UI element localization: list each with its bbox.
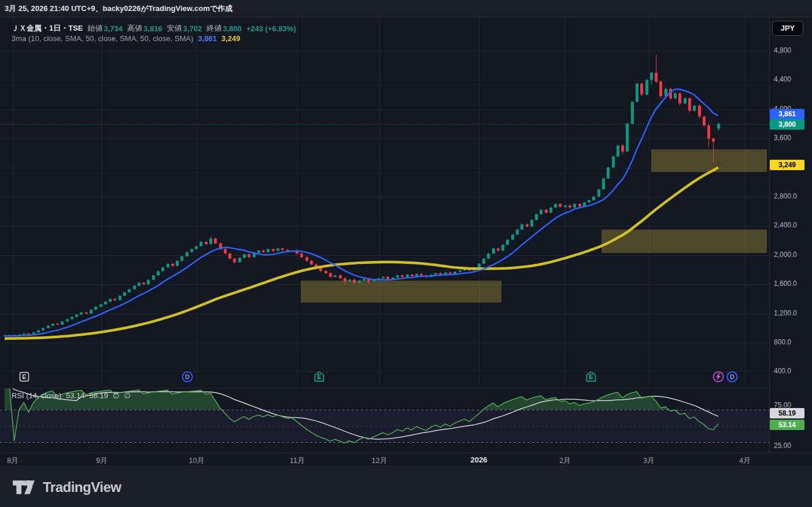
time-axis-label: 4月 — [739, 455, 751, 466]
high-value: 3,816 — [143, 24, 163, 33]
dividend-marker[interactable]: D — [181, 370, 194, 383]
price-axis-label: 3,600 — [774, 134, 791, 142]
rsi-legend-row[interactable]: RSI (14, close) 53.14 58.19 ∅ ∅ — [12, 391, 131, 400]
svg-text:D: D — [185, 373, 190, 380]
time-axis-label: 2月 — [559, 455, 571, 466]
ma-indicator-name: 3ma (10, close, SMA, 50, close, SMA, 50,… — [12, 34, 193, 43]
time-axis[interactable]: 8月9月10月11月12月20262月3月4月 — [0, 453, 812, 466]
rsi-ma-value: 58.19 — [90, 391, 109, 400]
tradingview-chart-window: 3月 25, 2026 21:40 UTC+9、backy0226がTradin… — [0, 0, 812, 507]
low-label: 安値 — [167, 23, 182, 34]
svg-text:E: E — [22, 373, 26, 380]
close-label: 終値 — [206, 23, 222, 34]
price-badge: 3,800 — [770, 119, 804, 130]
circle-icon: D — [726, 370, 739, 383]
price-axis-label: 2,000.0 — [774, 251, 797, 259]
tradingview-wordmark[interactable]: TradingView — [43, 479, 121, 495]
price-axis-label: 2,400.0 — [774, 221, 797, 229]
high-label: 高値 — [127, 23, 142, 34]
shield-icon: E — [313, 370, 326, 383]
svg-text:E: E — [317, 373, 321, 380]
earnings-marker[interactable]: E — [313, 370, 326, 383]
creation-note: 3月 25, 2026 21:40 UTC+9、backy0226がTradin… — [0, 0, 812, 17]
rsi-params: (14, close) — [26, 391, 61, 400]
change-value: +243 (+6.83%) — [246, 24, 296, 33]
price-axis-label: 1,200.0 — [774, 309, 797, 317]
pane-separator[interactable] — [0, 388, 769, 388]
symbol-legend-row[interactable]: ＪＸ金属・1日・TSE 始値3,734 高値3,816 安値3,702 終値3,… — [12, 23, 296, 34]
earnings-marker[interactable]: E — [585, 370, 597, 383]
price-axis[interactable]: JPY 4,8004,4004,0003,6003,2002,800.02,40… — [769, 17, 812, 466]
svg-text:E: E — [589, 373, 593, 380]
earnings-marker[interactable]: E — [18, 370, 31, 383]
circle-icon — [712, 370, 725, 383]
price-axis-label: 800.0 — [774, 338, 791, 346]
rsi-upper-band-value: ∅ — [113, 391, 119, 400]
footer-bar: TradingView — [0, 467, 812, 507]
svg-text:D: D — [730, 373, 735, 380]
rsi-axis-label: 25.00 — [774, 442, 791, 450]
price-axis-label: 4,400 — [774, 75, 791, 83]
price-badge: 3,249 — [770, 160, 804, 170]
time-axis-label: 8月 — [7, 455, 19, 466]
price-axis-label: 4,800 — [774, 46, 791, 54]
close-value: 3,800 — [223, 24, 242, 33]
price-badge: 58.19 — [770, 408, 804, 418]
dividend-marker[interactable]: D — [726, 370, 739, 383]
time-axis-label: 3月 — [643, 455, 655, 466]
open-value: 3,734 — [104, 24, 123, 33]
time-axis-label: 10月 — [189, 455, 204, 466]
price-badge: 3,861 — [770, 109, 804, 119]
sma10-value: 3,861 — [198, 34, 217, 43]
low-value: 3,702 — [183, 24, 202, 33]
rsi-lower-band-value: ∅ — [124, 391, 130, 400]
open-label: 始値 — [88, 23, 103, 34]
split-marker[interactable] — [712, 370, 725, 383]
price-axis-label: 400.0 — [774, 367, 791, 375]
tradingview-logo-icon[interactable] — [12, 479, 36, 496]
price-pane-canvas[interactable] — [0, 17, 769, 388]
ma-legend-row[interactable]: 3ma (10, close, SMA, 50, close, SMA, 50,… — [12, 34, 240, 43]
time-axis-label: 12月 — [371, 455, 387, 466]
price-axis-label: 1,600.0 — [774, 280, 797, 288]
shield-icon: E — [585, 370, 597, 383]
price-badge: 53.14 — [770, 420, 804, 430]
sma50-value: 3,249 — [222, 34, 241, 43]
time-axis-label: 2026 — [471, 455, 488, 464]
time-axis-label: 9月 — [96, 455, 108, 466]
currency-button[interactable]: JPY — [772, 21, 803, 36]
square-icon: E — [18, 370, 31, 383]
rsi-value: 53.14 — [66, 391, 85, 400]
symbol-title: ＪＸ金属・1日・TSE — [12, 23, 83, 34]
price-axis-label: 2,800.0 — [774, 192, 797, 200]
rsi-name: RSI — [12, 391, 24, 400]
circle-icon: D — [181, 370, 194, 383]
time-axis-label: 11月 — [290, 455, 305, 466]
